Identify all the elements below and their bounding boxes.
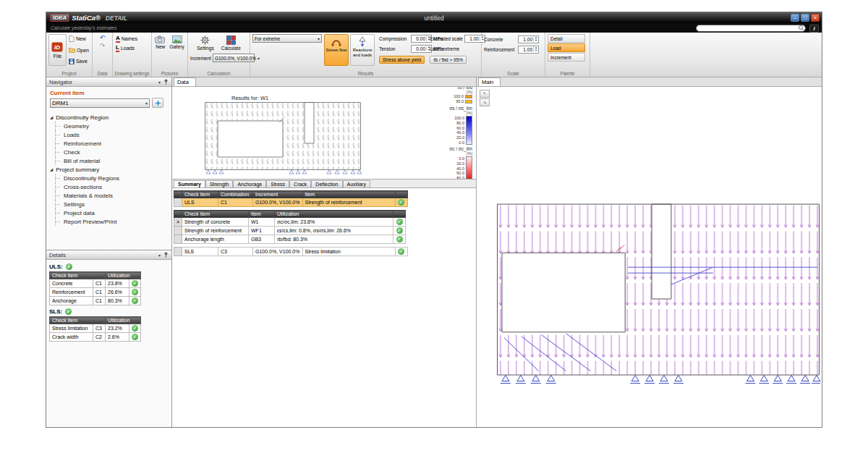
loads-toggle-button[interactable]: L Loads	[115, 43, 149, 53]
sidebar-section-discontinuity-region[interactable]: ◢ Discontinuity Region	[46, 113, 171, 122]
new-project-button[interactable]: New	[68, 34, 90, 43]
zoom-extents-button[interactable]: ↘	[480, 98, 490, 106]
details-title: Details	[49, 252, 66, 258]
main-structure-diagram	[497, 203, 821, 395]
tab-data[interactable]: Data	[174, 77, 196, 86]
reactions-loads-button[interactable]: Reactions and loads	[350, 34, 375, 66]
sidebar-item-reinforcement[interactable]: Reinforcement	[46, 139, 171, 148]
gear-icon	[200, 35, 210, 45]
sls-summary-table: Check itemUtilization Stress limitationC…	[49, 316, 141, 342]
calculate-button[interactable]: Calculate	[221, 34, 242, 52]
names-toggle-button[interactable]: A Names	[115, 34, 149, 43]
tab-anchorage[interactable]: Anchorage	[233, 180, 266, 187]
ribbon-group-scale: Concrete 1.00▲▼ Reinforcement 1.00▲▼ Sca…	[482, 33, 545, 77]
sidebar-item-cross-sections[interactable]: Cross-sections	[46, 182, 171, 191]
table-row[interactable]: > Strength of concrete W1 σc/σc,lim: 23.…	[174, 218, 406, 227]
current-item-select[interactable]: DRM1 ▾	[50, 98, 150, 108]
sidebar-item-report-preview-print[interactable]: Report Preview/Print	[46, 217, 171, 226]
compression-spinner[interactable]: 0.00▲▼	[411, 35, 432, 43]
sidebar-item-geometry[interactable]: Geometry	[46, 122, 171, 130]
tab-auxiliary[interactable]: Auxiliary	[343, 180, 370, 187]
sidebar-item-check[interactable]: Check	[46, 148, 171, 156]
sidebar-item-bill-of-material[interactable]: Bill of material	[46, 156, 171, 165]
table-row[interactable]: ConcreteC123.8%✓	[50, 279, 141, 288]
label-extreme-toggle[interactable]: Label extreme	[430, 46, 459, 51]
file-button[interactable]: ID File	[48, 34, 67, 66]
new-picture-button[interactable]: New	[154, 34, 166, 69]
image-icon	[172, 35, 182, 43]
sidebar-item-discontinuity-regions[interactable]: Discontinuity Regions	[46, 174, 171, 182]
main-panel: Main ↖ ↘	[477, 77, 822, 427]
tab-main[interactable]: Main	[478, 77, 501, 86]
stress-flow-button[interactable]: Stress flow	[324, 34, 349, 66]
redo-button[interactable]: ↷	[95, 42, 110, 50]
check-icon: ✓	[66, 263, 72, 270]
table-row-uls[interactable]: ULS C1 G100.0%, V100.0% Strength of rein…	[174, 198, 408, 207]
table-row[interactable]: Anchorage length GB3 τb/fbd: 80.3% ✓	[174, 235, 406, 244]
palette-increment-button[interactable]: Increment	[548, 53, 585, 62]
group-label-project: Project	[46, 71, 92, 76]
check-icon: ✓	[132, 289, 138, 295]
pin-icon[interactable]	[163, 79, 169, 85]
results-view[interactable]: Results for: W1	[172, 87, 476, 179]
tab-strength[interactable]: Strength	[205, 180, 233, 187]
uls-label: ULS:	[49, 263, 63, 270]
reinforcement-scale-spinner[interactable]: 1.00▲▼	[518, 46, 539, 54]
table-row[interactable]: AnchorageC180.3%✓	[50, 297, 141, 305]
tab-deflection[interactable]: Deflection	[311, 180, 342, 187]
panel-menu-icon[interactable]: ▾	[158, 80, 161, 85]
sidebar-section-project-summary[interactable]: ◢ Project summary	[46, 165, 171, 174]
table-row[interactable]: Crack widthC22.6%✓	[50, 333, 141, 342]
zoom-fit-button[interactable]: ↖	[480, 90, 490, 98]
panel-menu-icon[interactable]: ▾	[158, 253, 161, 258]
pin-icon[interactable]	[163, 252, 169, 258]
for-extreme-select[interactable]: For extreme ▾	[252, 34, 322, 43]
letter-l-icon: L	[116, 45, 119, 52]
palette-detail-button[interactable]: Detail	[548, 34, 585, 43]
chevron-down-icon: ▾	[318, 36, 320, 41]
settings-button[interactable]: Settings	[196, 34, 215, 52]
spinner-arrows-icon[interactable]: ▲▼	[533, 46, 538, 52]
app-window: IDEA StatiCa® DETAIL untitled – □ × Calc…	[46, 12, 822, 428]
check-icon: ✓	[132, 280, 138, 287]
palette-load-button[interactable]: Load	[548, 43, 585, 52]
sidebar-item-project-data[interactable]: Project data	[46, 208, 171, 217]
check-icon: ✓	[396, 236, 403, 242]
stress-above-yield-button[interactable]: Stress above yield	[379, 56, 425, 64]
maximize-button[interactable]: □	[801, 14, 809, 22]
concrete-scale-spinner[interactable]: 1.00▲▼	[518, 35, 539, 43]
tab-summary[interactable]: Summary	[174, 180, 205, 187]
current-item-action-button[interactable]	[152, 98, 163, 108]
open-project-button[interactable]: Open	[68, 46, 90, 55]
tab-crack[interactable]: Crack	[289, 180, 311, 187]
camera-icon	[155, 35, 166, 43]
table-row[interactable]: ReinforcementC126.6%✓	[50, 288, 141, 297]
table-row-sls[interactable]: SLS C3 G100.0%, V100.0% Stress limitatio…	[174, 248, 408, 256]
table-row[interactable]: Stress limitationC323.2%✓	[50, 324, 141, 333]
table-row[interactable]: Strength of reinforcement WF1 εs/εs,lim:…	[174, 227, 406, 235]
document-title: untitled	[46, 14, 822, 22]
undo-button[interactable]: ↶	[95, 34, 110, 42]
expand-icon: ◢	[50, 167, 53, 172]
search-input[interactable]	[697, 25, 798, 31]
tb-fbd-button[interactable]: τb / fbd > 95%	[430, 56, 467, 64]
gallery-button[interactable]: Gallery	[169, 34, 185, 69]
ribbon: ID File New Open Save Project ↶	[46, 33, 822, 77]
sidebar-item-loads[interactable]: Loads	[46, 130, 171, 139]
tension-spinner[interactable]: 0.00▲▼	[411, 45, 432, 53]
save-project-button[interactable]: Save	[68, 56, 90, 66]
close-button[interactable]: ×	[811, 14, 820, 22]
tab-stress[interactable]: Stress	[266, 180, 289, 187]
supports	[501, 376, 820, 384]
spinner-arrows-icon[interactable]: ▲▼	[533, 36, 538, 42]
info-button[interactable]: i	[809, 25, 819, 33]
sidebar-item-materials-models[interactable]: Materials & models	[46, 191, 171, 200]
main-canvas[interactable]: ↖ ↘	[477, 87, 822, 427]
minimize-button[interactable]: –	[791, 14, 799, 22]
new-label: New	[76, 36, 86, 41]
sidebar-item-settings[interactable]: Settings	[46, 200, 171, 208]
reinforcement-scale-value: 1.00	[519, 47, 533, 52]
column-header: Utilization	[106, 317, 141, 324]
increment-select[interactable]: G100.0%, V100.0% ▾	[213, 54, 255, 62]
search-box[interactable]	[696, 25, 806, 32]
